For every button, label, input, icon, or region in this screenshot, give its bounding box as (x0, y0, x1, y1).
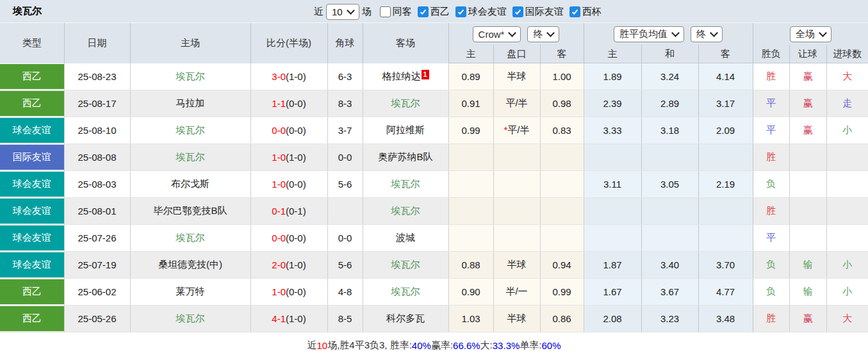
odds-home-cell: 0.91 (448, 90, 493, 117)
away-team-link[interactable]: 埃瓦尔 (391, 205, 420, 216)
league-type-badge: 国际友谊 (0, 145, 64, 170)
corners-cell (327, 198, 363, 225)
odds-away-cell: 0.94 (540, 252, 584, 279)
league-filter-label-copa: 西杯 (582, 6, 602, 18)
goals-result-cell: 大 (826, 306, 868, 332)
avg-metric-select[interactable]: 胜平负均值 (614, 26, 684, 42)
away-team-link[interactable]: 阿拉维斯 (386, 124, 425, 135)
score-cell: 2-0(1-0) (250, 252, 327, 279)
subcol-outcome: 胜负 (753, 45, 789, 63)
corners-cell: 0-0 (327, 225, 363, 252)
handicap-cell: *平/半 (493, 117, 540, 144)
odds-away-cell (540, 144, 584, 171)
avg-away-cell (698, 198, 753, 225)
result-scope-select[interactable]: 全场 (790, 26, 831, 42)
handicap-cell (493, 144, 540, 171)
score-cell: 3-0(1-0) (250, 63, 327, 90)
outcome-cell: 负 (753, 252, 789, 279)
odds-period-select[interactable]: 终 (527, 26, 559, 42)
league-type-badge: 球会友谊 (0, 252, 64, 277)
home-team-link[interactable]: 埃瓦尔 (176, 151, 205, 162)
handicap-result-cell: 赢 (789, 117, 826, 144)
match-row: 西乙 25-05-26 埃瓦尔 4-1(1-0) 8-5 科尔多瓦 1.03 半… (0, 306, 868, 332)
home-team-link[interactable]: 埃瓦尔 (176, 124, 205, 135)
away-team-link[interactable]: 科尔多瓦 (386, 313, 425, 323)
col-header-date: 日期 (64, 23, 130, 63)
odds-home-cell: 0.90 (448, 279, 493, 306)
odds-provider-select[interactable]: Crow* (473, 26, 521, 42)
corners-cell: 6-3 (327, 63, 363, 90)
league-filter-checkbox-intl-friendly[interactable] (512, 6, 523, 17)
handicap-result-cell: 赢 (789, 63, 826, 90)
home-team-link[interactable]: 布尔戈斯 (171, 178, 209, 189)
summary-segment: 近 (307, 339, 316, 351)
outcome-cell: 胜 (753, 63, 789, 90)
league-filter-label-intl-friendly: 国际友谊 (525, 6, 564, 18)
check-icon (571, 8, 579, 16)
avg-home-cell (584, 225, 641, 252)
handicap-cell: 半球 (493, 252, 540, 279)
league-filter-checkbox-copa[interactable] (569, 6, 580, 17)
league-filter-checkbox-club-friendly[interactable] (455, 6, 466, 17)
corners-cell: 0-0 (327, 144, 363, 171)
away-team-link[interactable]: 埃瓦尔 (391, 178, 420, 189)
avg-away-cell: 4.77 (698, 279, 753, 306)
match-row: 球会友谊 25-08-03 布尔戈斯 1-0(0-0) 5-6 埃瓦尔 3.11… (0, 171, 868, 198)
odds-home-cell (448, 198, 493, 225)
home-team-link[interactable]: 莱万特 (176, 286, 205, 297)
avg-home-cell: 1.89 (584, 63, 641, 90)
col-header-away: 客场 (363, 23, 448, 63)
handicap-result-cell (789, 144, 826, 171)
match-count-select[interactable]: 10 (326, 4, 359, 20)
avg-home-cell: 1.67 (584, 279, 641, 306)
top-bar: 埃瓦尔 近 10 场 同客 西乙 球会友谊 国际友谊 西杯 (0, 0, 868, 23)
match-date: 25-08-01 (64, 198, 130, 225)
same-away-checkbox[interactable] (380, 6, 391, 17)
goals-result-cell: 大 (826, 63, 868, 90)
odds-away-cell (540, 225, 584, 252)
avg-away-cell: 2.09 (698, 117, 753, 144)
matches-label: 场 (362, 6, 372, 18)
away-team-link[interactable]: 埃瓦尔 (391, 97, 420, 108)
away-team-link[interactable]: 格拉纳达 (382, 70, 421, 81)
goals-result-cell: 小 (826, 279, 868, 306)
score-cell: 4-1(1-0) (250, 306, 327, 332)
home-team-link[interactable]: 马拉加 (176, 97, 205, 108)
home-team-link[interactable]: 埃瓦尔 (176, 313, 205, 323)
filter-bar: 近 10 场 同客 西乙 球会友谊 国际友谊 西杯 (311, 0, 602, 23)
league-type-badge: 西乙 (0, 64, 64, 89)
summary-segment: 单率: (520, 339, 541, 351)
handicap-cell: 半球 (493, 63, 540, 90)
avg-away-cell: 3.17 (698, 90, 753, 117)
odds-home-cell: 1.03 (448, 306, 493, 332)
score-cell: 1-0(0-0) (250, 279, 327, 306)
away-team-link[interactable]: 奥萨苏纳B队 (378, 151, 432, 162)
avg-draw-cell: 3.18 (641, 117, 698, 144)
score-cell: 1-0(1-0) (250, 144, 327, 171)
red-card-badge: 1 (422, 70, 429, 79)
league-type-badge: 球会友谊 (0, 199, 64, 224)
avg-period-select[interactable]: 终 (691, 26, 723, 42)
outcome-cell: 负 (753, 171, 789, 198)
avg-away-cell: 3.48 (698, 306, 753, 332)
subcol-odds-away: 客 (540, 45, 584, 63)
away-team-link[interactable]: 波城 (396, 232, 415, 243)
away-team-link[interactable]: 埃瓦尔 (391, 259, 420, 270)
handicap-cell (493, 198, 540, 225)
odds-away-cell (540, 171, 584, 198)
match-date: 25-08-08 (64, 144, 130, 171)
odds-home-cell: 0.89 (448, 63, 493, 90)
away-team-link[interactable]: 埃瓦尔 (391, 286, 420, 297)
handicap-cell (493, 225, 540, 252)
home-team-link[interactable]: 桑坦德竞技(中) (158, 259, 222, 270)
league-filter-checkbox-liga2[interactable] (418, 6, 429, 17)
col-header-type: 类型 (0, 23, 64, 63)
home-team-link[interactable]: 埃瓦尔 (176, 232, 205, 243)
goals-result-cell: 小 (826, 252, 868, 279)
home-team-link[interactable]: 毕尔巴鄂竞技B队 (153, 205, 227, 216)
avg-draw-cell (641, 225, 698, 252)
home-team-link[interactable]: 埃瓦尔 (176, 70, 205, 81)
corners-cell: 8-3 (327, 90, 363, 117)
summary-segment: 场,胜4平3负3, 胜率: (327, 339, 412, 351)
handicap-cell (493, 171, 540, 198)
